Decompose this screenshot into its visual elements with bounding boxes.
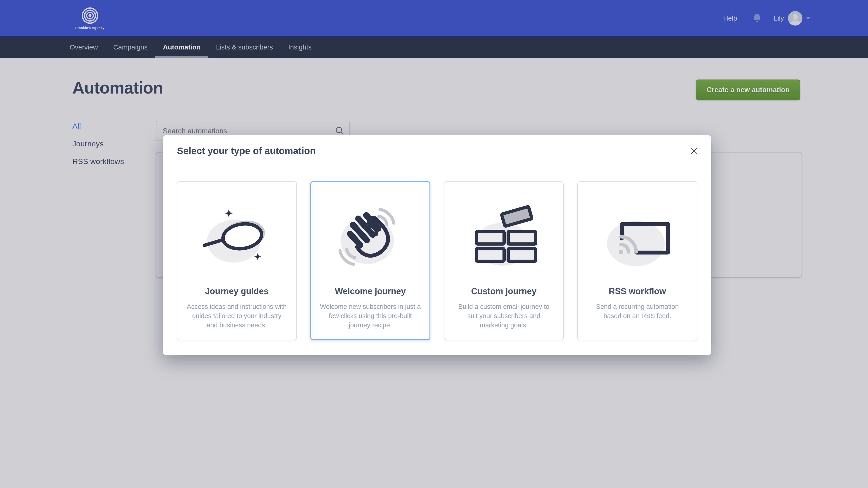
modal-title: Select your type of automation	[177, 145, 316, 156]
option-description: Welcome new subscribers in just a few cl…	[320, 302, 421, 330]
automation-options: Journey guides Access ideas and instruct…	[163, 167, 711, 354]
app-screen: Frankie's Agency Help Lily	[0, 0, 868, 488]
option-title: RSS workflow	[609, 287, 666, 296]
layout-grid-icon	[467, 202, 541, 272]
option-title: Custom journey	[471, 287, 536, 296]
option-custom-journey[interactable]: Custom journey Build a custom email jour…	[444, 181, 564, 340]
option-description: Build a custom email journey to suit you…	[454, 302, 555, 330]
option-description: Send a recurring automation based on an …	[587, 302, 688, 321]
waving-hand-icon	[333, 202, 408, 272]
modal-header: Select your type of automation	[163, 135, 711, 167]
option-welcome-journey[interactable]: Welcome journey Welcome new subscribers …	[310, 181, 430, 340]
option-description: Access ideas and instructions with guide…	[186, 302, 287, 330]
option-title: Journey guides	[205, 287, 269, 296]
rss-cast-icon	[600, 202, 675, 272]
option-rss-workflow[interactable]: RSS workflow Send a recurring automation…	[577, 181, 698, 340]
close-icon[interactable]	[689, 145, 700, 156]
option-title: Welcome journey	[335, 287, 406, 296]
option-journey-guides[interactable]: Journey guides Access ideas and instruct…	[177, 181, 297, 340]
magnifier-sparkles-icon	[199, 202, 274, 272]
automation-type-modal: Select your type of automation	[163, 135, 711, 355]
